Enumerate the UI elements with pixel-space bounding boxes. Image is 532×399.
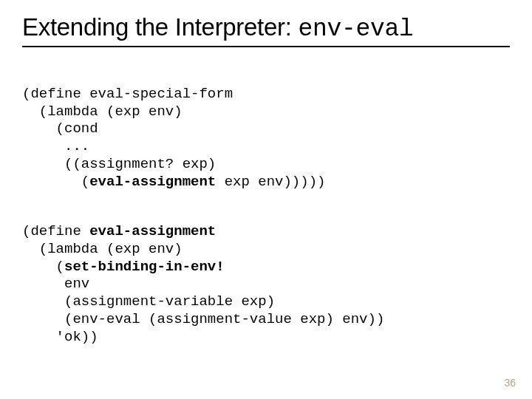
title-text: Extending the Interpreter: <box>22 13 298 41</box>
spacer <box>22 191 510 205</box>
code-line: exp env))))) <box>216 174 325 190</box>
page-number: 36 <box>504 377 516 389</box>
code-block-1: (define eval-special-form (lambda (exp e… <box>22 68 510 191</box>
code-line: (assignment-variable exp) <box>22 293 275 310</box>
code-line: (lambda (exp env) <box>22 241 183 257</box>
code-bold: eval-assignment <box>89 223 216 239</box>
code-line: env <box>22 276 89 292</box>
title-code: env-eval <box>298 16 413 43</box>
code-line: (env-eval (assignment-value exp) env)) <box>22 311 384 327</box>
code-line: 'ok)) <box>22 329 98 345</box>
code-line: ... <box>22 138 89 154</box>
slide: Extending the Interpreter: env-eval (def… <box>0 0 532 399</box>
code-bold: set-binding-in-env! <box>64 259 225 275</box>
code-line: ( <box>22 259 64 275</box>
code-block-2: (define eval-assignment (lambda (exp env… <box>22 205 510 346</box>
code-line: (lambda (exp env) <box>22 103 183 120</box>
code-line: (define eval-special-form <box>22 86 233 102</box>
code-line: (cond <box>22 120 98 137</box>
slide-title: Extending the Interpreter: env-eval <box>22 13 510 47</box>
code-line: ((assignment? exp) <box>22 156 216 172</box>
code-line: ( <box>22 174 89 190</box>
code-bold: eval-assignment <box>89 174 216 190</box>
code-line: (define <box>22 223 89 239</box>
